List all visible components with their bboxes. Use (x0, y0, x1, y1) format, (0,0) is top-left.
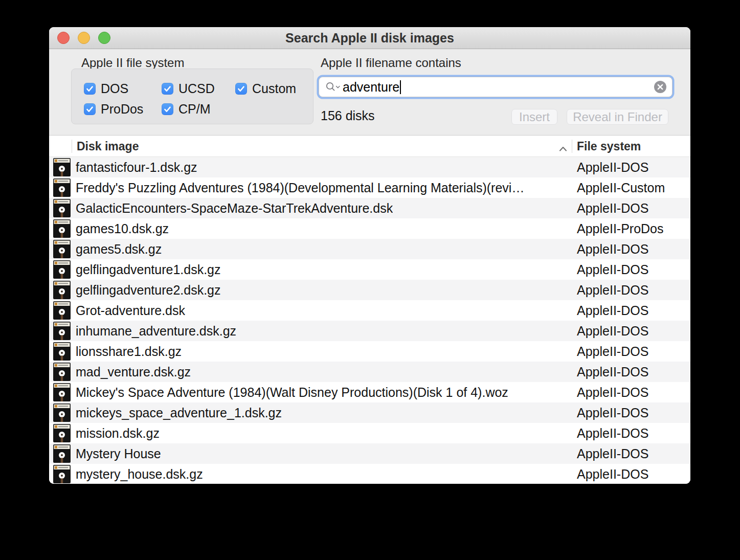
disk-image-cell: mystery_house.dsk.gz (76, 464, 203, 484)
filter-checkbox-prodos[interactable]: ProDos (84, 103, 143, 115)
table-row[interactable]: mystery_house.dsk.gzAppleII-DOS (49, 464, 690, 484)
checkbox-checked-icon[interactable] (162, 83, 173, 95)
file-system-cell: AppleII-DOS (577, 464, 648, 484)
column-divider (72, 140, 72, 153)
checkbox-label: DOS (101, 81, 128, 96)
column-header-disk-image[interactable]: Disk image (77, 136, 139, 157)
sort-ascending-icon (559, 144, 567, 153)
table-row[interactable]: inhumane_adventure.dsk.gzAppleII-DOS (49, 321, 690, 341)
table-body: fantasticfour-1.dsk.gzAppleII-DOSFreddy'… (49, 157, 690, 484)
disk-image-cell: lionsshare1.dsk.gz (76, 341, 182, 362)
disk-image-cell: mission.dsk.gz (76, 423, 160, 443)
disk-image-cell: mickeys_space_adventure_1.dsk.gz (76, 402, 282, 423)
file-system-cell: AppleII-DOS (577, 443, 648, 464)
file-system-cell: AppleII-ProDos (577, 218, 664, 239)
floppy-disk-icon (53, 444, 71, 463)
table-row[interactable]: Mystery HouseAppleII-DOS (49, 443, 690, 464)
file-system-cell: AppleII-DOS (577, 259, 648, 280)
table-row[interactable]: mad_venture.dsk.gzAppleII-DOS (49, 362, 690, 382)
column-divider (572, 140, 572, 153)
checkbox-label: Custom (252, 81, 296, 96)
table-row[interactable]: games5.dsk.gzAppleII-DOS (49, 239, 690, 259)
floppy-disk-icon (53, 465, 71, 483)
table-row[interactable]: Freddy's Puzzling Adventures (1984)(Deve… (49, 177, 690, 198)
floppy-disk-icon (53, 404, 71, 422)
floppy-disk-icon (53, 342, 71, 361)
search-input[interactable]: adventure (319, 77, 672, 97)
table-row[interactable]: fantasticfour-1.dsk.gzAppleII-DOS (49, 157, 690, 177)
checkbox-checked-icon[interactable] (84, 103, 96, 115)
file-system-filter-box: DOSUCSDCustomProDosCP/M (71, 69, 313, 124)
checkbox-checked-icon[interactable] (162, 103, 173, 115)
search-section-label: Apple II filename contains (321, 56, 461, 70)
disk-image-cell: fantasticfour-1.dsk.gz (76, 157, 197, 177)
checkbox-checked-icon[interactable] (235, 83, 247, 95)
filter-section-label: Apple II file system (81, 56, 184, 70)
floppy-disk-icon (53, 219, 71, 238)
disk-image-cell: mad_venture.dsk.gz (76, 362, 191, 382)
search-menu-icon[interactable] (325, 81, 342, 93)
file-system-cell: AppleII-DOS (577, 157, 648, 177)
file-system-cell: AppleII-DOS (577, 300, 648, 321)
table-row[interactable]: Mickey's Space Adventure (1984)(Walt Dis… (49, 382, 690, 402)
checkbox-checked-icon[interactable] (84, 83, 96, 95)
disk-image-cell: gelflingadventure2.dsk.gz (76, 280, 221, 300)
disk-image-cell: Mickey's Space Adventure (1984)(Walt Dis… (76, 382, 508, 402)
table-row[interactable]: games10.dsk.gzAppleII-ProDos (49, 218, 690, 239)
window: Search Apple II disk images Apple II fil… (49, 27, 690, 484)
floppy-disk-icon (53, 301, 71, 320)
floppy-disk-icon (53, 424, 71, 442)
table-row[interactable]: Grot-adventure.dskAppleII-DOS (49, 300, 690, 321)
disk-image-cell: games10.dsk.gz (76, 218, 169, 239)
insert-button[interactable]: Insert (511, 109, 557, 125)
checkbox-label: UCSD (178, 81, 215, 96)
table-row[interactable]: mission.dsk.gzAppleII-DOS (49, 423, 690, 443)
file-system-cell: AppleII-DOS (577, 341, 648, 362)
floppy-disk-icon (53, 240, 71, 258)
text-cursor (400, 80, 401, 94)
file-system-cell: AppleII-DOS (577, 321, 648, 341)
table-row[interactable]: gelflingadventure1.dsk.gzAppleII-DOS (49, 259, 690, 280)
disk-count-status: 156 disks (321, 108, 375, 123)
checkbox-label: ProDos (101, 102, 143, 117)
titlebar: Search Apple II disk images (49, 27, 690, 49)
checkbox-label: CP/M (178, 102, 211, 117)
file-system-cell: AppleII-DOS (577, 280, 648, 300)
search-text: adventure (343, 80, 399, 95)
floppy-disk-icon (53, 158, 71, 176)
disk-image-cell: Grot-adventure.dsk (76, 300, 185, 321)
window-title: Search Apple II disk images (49, 27, 690, 49)
table-header: Disk image File system (49, 135, 690, 157)
filter-checkbox-custom[interactable]: Custom (235, 82, 296, 95)
floppy-disk-icon (53, 322, 71, 340)
filter-checkbox-cp-m[interactable]: CP/M (162, 103, 211, 115)
controls-pane: Apple II file system DOSUCSDCustomProDos… (49, 49, 690, 135)
file-system-cell: AppleII-DOS (577, 362, 648, 382)
disk-image-cell: GalacticEncounters-SpaceMaze-StarTrekAdv… (76, 198, 393, 218)
file-system-cell: AppleII-DOS (577, 382, 648, 402)
disk-image-cell: Freddy's Puzzling Adventures (1984)(Deve… (76, 177, 524, 198)
table-row[interactable]: GalacticEncounters-SpaceMaze-StarTrekAdv… (49, 198, 690, 218)
disk-image-cell: gelflingadventure1.dsk.gz (76, 259, 221, 280)
table-row[interactable]: gelflingadventure2.dsk.gzAppleII-DOS (49, 280, 690, 300)
file-system-cell: AppleII-DOS (577, 402, 648, 423)
table-row[interactable]: mickeys_space_adventure_1.dsk.gzAppleII-… (49, 402, 690, 423)
table-row[interactable]: lionsshare1.dsk.gzAppleII-DOS (49, 341, 690, 362)
disk-image-cell: inhumane_adventure.dsk.gz (76, 321, 236, 341)
filter-checkbox-ucsd[interactable]: UCSD (162, 82, 215, 95)
floppy-disk-icon (53, 363, 71, 381)
file-system-cell: AppleII-DOS (577, 198, 648, 218)
disk-image-cell: Mystery House (76, 443, 161, 464)
floppy-disk-icon (53, 199, 71, 217)
file-system-cell: AppleII-DOS (577, 239, 648, 259)
disk-image-cell: games5.dsk.gz (76, 239, 162, 259)
clear-search-button[interactable] (654, 80, 667, 94)
floppy-disk-icon (53, 260, 71, 279)
file-system-cell: AppleII-Custom (577, 177, 665, 198)
floppy-disk-icon (53, 178, 71, 197)
filter-checkbox-dos[interactable]: DOS (84, 82, 128, 95)
reveal-in-finder-button[interactable]: Reveal in Finder (567, 109, 668, 125)
floppy-disk-icon (53, 383, 71, 401)
floppy-disk-icon (53, 281, 71, 299)
column-header-file-system[interactable]: File system (577, 136, 641, 157)
